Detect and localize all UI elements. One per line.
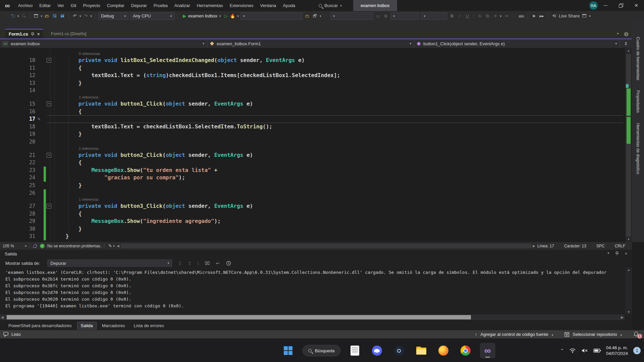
taskbar-app-chrome[interactable] bbox=[458, 343, 473, 358]
notification-center-badge[interactable]: 1 bbox=[633, 347, 641, 354]
taskbar-app-discord[interactable] bbox=[369, 343, 385, 358]
panel-tab-lista-de-errores[interactable]: Lista de errores bbox=[130, 322, 167, 329]
output-text[interactable]: 'examen listbox.exe' (CoreCLR: clrhost):… bbox=[5, 269, 623, 315]
live-share-icon[interactable]: ⟲ bbox=[551, 13, 557, 18]
scroll-right-icon[interactable]: ▶ bbox=[621, 314, 624, 320]
tray-overflow-chevron-icon[interactable]: ⌃ bbox=[560, 348, 564, 353]
taskbar-app-visual-studio[interactable]: ∞ bbox=[480, 343, 495, 358]
scroll-down-icon[interactable]: ▼ bbox=[625, 238, 632, 241]
editor-horizontal-scrollbar[interactable]: ◀ ▶ bbox=[116, 242, 536, 250]
toolbar-grip[interactable]: ⋮⋮ bbox=[511, 14, 517, 17]
taskbar-app-steam[interactable] bbox=[391, 343, 407, 358]
code-editor[interactable]: 0 referencias10−private void listBox1_Se… bbox=[0, 48, 632, 242]
redo-icon[interactable]: ↷ bbox=[83, 13, 89, 18]
clock[interactable]: 04:46 p. m. 04/07/2024 bbox=[606, 345, 628, 356]
chevron-down-icon[interactable]: ▾ bbox=[607, 251, 609, 256]
codelens-references[interactable]: 1 referencia bbox=[79, 197, 98, 202]
tab-form1-cs[interactable]: Form1.cs × bbox=[5, 29, 43, 39]
taskbar-search[interactable]: Búsqueda bbox=[303, 345, 340, 356]
scrollbar-thumb[interactable] bbox=[626, 54, 631, 237]
column-indicator[interactable]: Carácter: 13 bbox=[564, 244, 586, 248]
tool-window-tab-propiedades[interactable]: Propiedades bbox=[636, 90, 640, 113]
spaces-indicator[interactable]: SPC bbox=[596, 244, 605, 248]
preview-icon[interactable]: ⧉ bbox=[383, 13, 389, 19]
panel-tab-marcadores[interactable]: Marcadores bbox=[99, 322, 128, 329]
menu-item-editar[interactable]: Editar bbox=[36, 0, 54, 11]
document-list-chevron-icon[interactable]: ▾ bbox=[617, 32, 619, 37]
chevron-down-icon[interactable]: ▾ bbox=[237, 14, 239, 18]
navigate-forward-icon[interactable]: ⮎ bbox=[21, 13, 27, 18]
restore-button[interactable] bbox=[613, 0, 629, 11]
save-all-icon[interactable]: 🖬 bbox=[59, 13, 65, 18]
menu-item-proyecto[interactable]: Proyecto bbox=[79, 0, 103, 11]
menu-item-analizar[interactable]: Analizar bbox=[171, 0, 194, 11]
navigate-back-icon[interactable]: ⮌ bbox=[10, 13, 16, 18]
timestamp-clock-icon[interactable] bbox=[226, 261, 231, 266]
line-ending-indicator[interactable]: CRLF bbox=[615, 244, 625, 248]
toolbar-grip[interactable]: ⋮⋮ bbox=[323, 14, 329, 17]
codelens-references[interactable]: 1 referencia bbox=[79, 95, 98, 100]
menu-item-ventana[interactable]: Ventana bbox=[257, 0, 280, 11]
menu-item-ayuda[interactable]: Ayuda bbox=[279, 0, 299, 11]
menu-item-herramientas[interactable]: Herramientas bbox=[194, 0, 226, 11]
undo-icon[interactable]: ↶ bbox=[72, 13, 78, 18]
taskbar-app-notepad[interactable] bbox=[347, 343, 363, 358]
close-panel-icon[interactable]: × bbox=[625, 251, 627, 256]
avatar[interactable]: RA bbox=[589, 1, 598, 10]
output-vertical-scrollbar[interactable]: ▲ ▼ bbox=[626, 267, 632, 314]
taskbar-app-firefox[interactable] bbox=[436, 343, 451, 358]
menu-item-archivo[interactable]: Archivo bbox=[15, 0, 36, 11]
menu-item-ver[interactable]: Ver bbox=[54, 0, 67, 11]
collapse-region-button[interactable]: − bbox=[47, 204, 51, 208]
toolbar-grip[interactable]: ⋮⋮ bbox=[2, 14, 8, 17]
menu-item-compilar[interactable]: Compilar bbox=[104, 0, 128, 11]
italic-icon[interactable]: / bbox=[457, 13, 463, 18]
clear-all-icon[interactable]: ⌧ bbox=[205, 261, 210, 266]
taskbar-app-file-explorer[interactable] bbox=[414, 343, 429, 358]
split-window-button[interactable]: ⇕ bbox=[620, 39, 632, 48]
collapse-region-button[interactable]: − bbox=[47, 58, 51, 63]
tool-window-tab-cuadro-de-herramientas[interactable]: Cuadro de herramientas bbox=[636, 37, 640, 80]
scroll-up-icon[interactable]: ▲ bbox=[625, 49, 632, 52]
chevron-down-icon[interactable]: ▾ bbox=[17, 14, 19, 18]
settings-gear-icon[interactable] bbox=[624, 32, 629, 37]
scrollbar-thumb[interactable] bbox=[121, 244, 531, 248]
line-indicator[interactable]: Línea: 17 bbox=[537, 244, 554, 248]
chevron-down-icon[interactable]: ▾ bbox=[41, 14, 43, 18]
scroll-down-icon[interactable]: ▼ bbox=[626, 310, 632, 314]
scroll-left-icon[interactable]: ◀ bbox=[117, 242, 119, 250]
scroll-up-icon[interactable]: ▲ bbox=[626, 268, 632, 272]
scroll-left-icon[interactable]: ◀ bbox=[1, 314, 4, 320]
codelens-references[interactable]: 0 referencias bbox=[79, 51, 100, 57]
share-screen-icon[interactable]: 🗔 bbox=[581, 13, 587, 18]
bold-icon[interactable]: B bbox=[449, 13, 455, 18]
scroll-right-icon[interactable]: ▶ bbox=[533, 242, 535, 250]
configuration-dropdown[interactable]: Debug ▾ bbox=[98, 12, 128, 20]
type-dropdown[interactable]: examen_listbox.Form1 ▾ bbox=[207, 39, 414, 48]
empty-dropdown[interactable]: ▾ bbox=[330, 12, 373, 20]
start-without-debugging-icon[interactable]: ▷ bbox=[224, 13, 228, 18]
wifi-icon[interactable] bbox=[569, 348, 576, 353]
cursor-icon[interactable]: ➤ bbox=[531, 13, 537, 18]
minimize-button[interactable] bbox=[598, 0, 613, 11]
battery-icon[interactable] bbox=[593, 348, 601, 353]
tab-form1-cs-designer[interactable]: Form1.cs [Diseño] bbox=[48, 29, 90, 39]
new-project-icon[interactable]: 🗔 bbox=[33, 13, 39, 18]
panel-tab-salida[interactable]: Salida bbox=[77, 322, 97, 329]
add-to-source-control-button[interactable]: Agregar al control de código fuente bbox=[480, 332, 548, 337]
output-horizontal-scrollbar[interactable]: ◀ ▶ bbox=[0, 314, 625, 320]
volume-muted-icon[interactable] bbox=[581, 348, 588, 353]
empty-dropdown[interactable]: ▾ bbox=[240, 12, 303, 20]
close-button[interactable]: × bbox=[629, 0, 644, 11]
panel-tab-powershell-para-desarrolladores[interactable]: PowerShell para desarrolladores bbox=[5, 322, 75, 329]
chevron-down-icon[interactable]: ▾ bbox=[79, 14, 81, 18]
indent-icon[interactable]: ⇥ bbox=[503, 13, 509, 18]
rename-icon[interactable]: ⚏ bbox=[375, 13, 381, 18]
pin-icon[interactable] bbox=[615, 251, 619, 255]
chevron-down-icon[interactable]: ▾ bbox=[589, 14, 591, 18]
word-wrap-icon[interactable]: ↩ bbox=[216, 261, 220, 266]
add-item-icon[interactable]: 🗀 bbox=[304, 13, 310, 18]
code-cleanup-pen-icon[interactable]: ✎ bbox=[107, 243, 113, 248]
chevron-down-icon[interactable]: ▾ bbox=[500, 14, 501, 18]
start-debugging-button[interactable]: ▶ examen listbox ▾ bbox=[181, 13, 223, 18]
